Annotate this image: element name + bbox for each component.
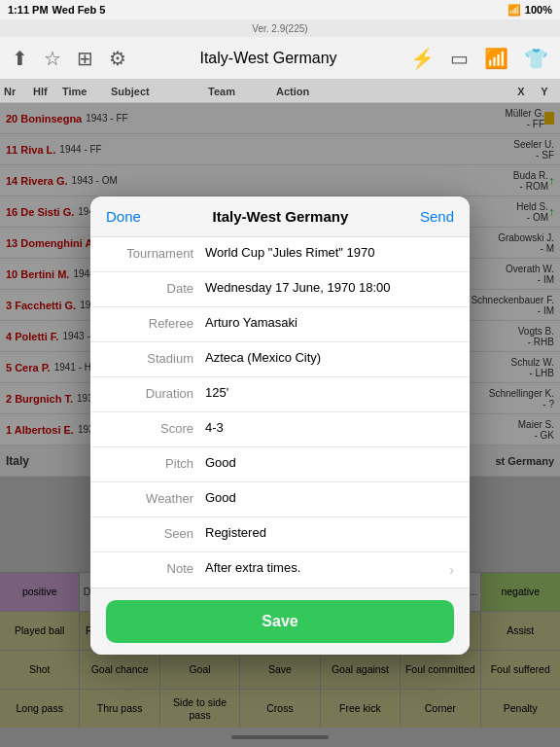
weather-value: Good [205, 490, 454, 505]
col-team: Team [208, 86, 276, 97]
grid-icon[interactable]: ⊞ [77, 47, 93, 70]
app-body: 1:11 PM Wed Feb 5 📶 100% Ver. 2.9(225) ⬆… [0, 0, 560, 747]
send-button[interactable]: Send [420, 208, 454, 225]
score-label: Score [106, 420, 193, 436]
share-icon[interactable]: ⬆ [12, 47, 28, 70]
version-text: Ver. 2.9(225) [252, 23, 307, 34]
version-bar: Ver. 2.9(225) [0, 19, 560, 37]
monitor-icon[interactable]: ▭ [450, 47, 469, 70]
col-y: Y [533, 86, 556, 97]
weather-label: Weather [106, 490, 193, 506]
date-row: Date Wednesday 17 June, 1970 18:00 [90, 272, 470, 307]
referee-value: Arturo Yamasaki [205, 315, 454, 330]
chevron-right-icon: › [449, 562, 454, 578]
note-row[interactable]: Note After extra times. › [90, 552, 470, 587]
tournament-value: World Cup "Jules Rimet" 1970 [205, 245, 454, 260]
score-value: 4-3 [205, 420, 454, 435]
modal-header: Done Italy-West Germany Send [90, 196, 470, 237]
modal-title: Italy-West Germany [213, 208, 349, 225]
pitch-label: Pitch [106, 455, 193, 471]
time: 1:11 PM [8, 4, 49, 16]
signal-icon[interactable]: 📶 [484, 47, 508, 70]
status-bar: 1:11 PM Wed Feb 5 📶 100% [0, 0, 560, 19]
lightning-icon[interactable]: ⚡ [410, 47, 435, 70]
modal-overlay: Done Italy-West Germany Send Tournament … [0, 103, 560, 747]
column-header: Nr Hlf Time Subject Team Action X Y [0, 80, 560, 103]
tournament-label: Tournament [106, 245, 193, 261]
settings-icon[interactable]: ⚙ [109, 47, 126, 70]
seen-row: Seen Registered [90, 517, 470, 552]
modal: Done Italy-West Germany Send Tournament … [90, 196, 470, 655]
duration-row: Duration 125' [90, 377, 470, 412]
col-subject: Subject [111, 86, 208, 97]
note-value: After extra times. [205, 560, 445, 575]
content-area: 20 Boninsegna 1943 - FF Müller G.- FF 11… [0, 103, 560, 747]
note-label: Note [106, 560, 193, 576]
pitch-value: Good [205, 455, 454, 470]
col-action: Action [276, 86, 509, 97]
battery: 100% [525, 4, 552, 16]
weather-row: Weather Good [90, 482, 470, 517]
wifi-icon: 📶 [508, 4, 521, 17]
stadium-value: Azteca (Mexico City) [205, 350, 454, 365]
save-button[interactable]: Save [106, 600, 454, 643]
toolbar: ⬆ ☆ ⊞ ⚙ Italy-West Germany ⚡ ▭ 📶 👕 [0, 37, 560, 80]
duration-label: Duration [106, 385, 193, 401]
stadium-label: Stadium [106, 350, 193, 366]
status-left: 1:11 PM Wed Feb 5 [8, 4, 105, 16]
toolbar-right: ⚡ ▭ 📶 👕 [410, 47, 548, 70]
toolbar-left: ⬆ ☆ ⊞ ⚙ [12, 47, 126, 70]
col-time: Time [62, 86, 111, 97]
pitch-row: Pitch Good [90, 447, 470, 482]
stadium-row: Stadium Azteca (Mexico City) [90, 342, 470, 377]
seen-label: Seen [106, 525, 193, 541]
referee-label: Referee [106, 315, 193, 331]
status-right: 📶 100% [508, 4, 552, 17]
modal-body: Tournament World Cup "Jules Rimet" 1970 … [90, 237, 470, 587]
col-x: X [509, 86, 533, 97]
duration-value: 125' [205, 385, 454, 400]
star-icon[interactable]: ☆ [44, 47, 61, 70]
toolbar-title: Italy-West Germany [126, 50, 410, 67]
seen-value: Registered [205, 525, 454, 540]
done-button[interactable]: Done [106, 208, 141, 225]
referee-row: Referee Arturo Yamasaki [90, 307, 470, 342]
tournament-row: Tournament World Cup "Jules Rimet" 1970 [90, 237, 470, 272]
shirt-icon[interactable]: 👕 [524, 47, 548, 70]
date-label: Date [106, 280, 193, 296]
save-button-wrap: Save [90, 587, 470, 655]
date-value: Wednesday 17 June, 1970 18:00 [205, 280, 454, 295]
date: Wed Feb 5 [52, 4, 106, 16]
score-row: Score 4-3 [90, 412, 470, 447]
col-nr: Nr [4, 86, 33, 97]
col-hlf: Hlf [33, 86, 62, 97]
